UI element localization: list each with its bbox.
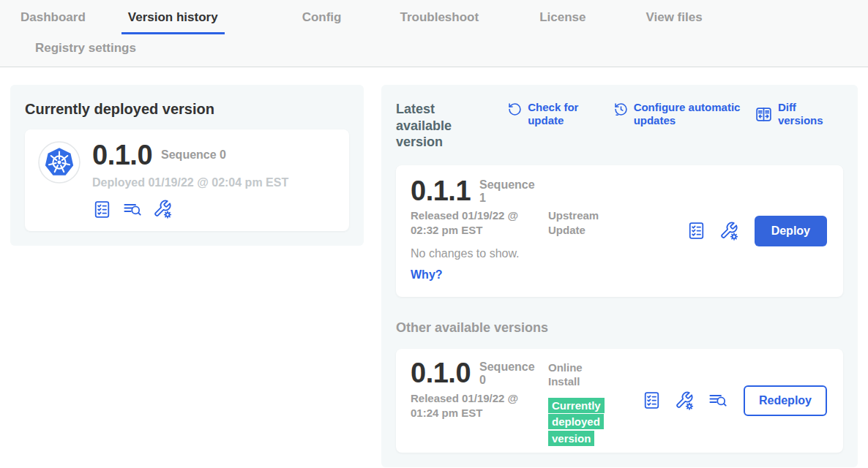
kubernetes-logo-icon [38,141,81,184]
tab-registry-settings[interactable]: Registry settings [35,41,136,64]
edit-config-icon[interactable] [152,199,173,219]
other-sequence-label: Sequence 0 [479,361,538,388]
currently-deployed-panel: Currently deployed version [10,85,364,246]
refresh-ccw-icon [507,102,523,117]
other-released-timestamp: Released 01/19/22 @ 01:24 pm EST [411,391,536,420]
edit-config-icon[interactable] [674,390,695,411]
tab-view-files[interactable]: View files [646,10,702,34]
edit-config-icon[interactable] [719,221,739,241]
other-versions-heading: Other available versions [396,320,843,336]
other-version-card: 0.1.0 Sequence 0 Released 01/19/22 @ 01:… [396,349,843,453]
why-link[interactable]: Why? [411,268,443,282]
preflight-checks-icon[interactable] [686,221,706,241]
deployed-sequence-label: Sequence 0 [161,148,226,162]
check-for-update-link[interactable]: Check for update [507,101,588,127]
main-content: Currently deployed version [0,67,868,467]
tab-troubleshoot[interactable]: Troubleshoot [400,10,479,34]
deployed-version-info: 0.1.0 Sequence 0 Deployed 01/19/22 @ 02:… [92,141,288,219]
latest-sequence-label: Sequence 1 [479,178,538,205]
tab-config[interactable]: Config [302,10,342,34]
latest-available-title: Latest available version [396,101,488,151]
latest-update-source: Upstream Update [548,208,624,237]
preflight-checks-icon[interactable] [92,200,112,219]
currently-deployed-badge: Currently deployed version [548,398,605,446]
deploy-logs-icon[interactable] [121,200,143,219]
latest-version-card: 0.1.1 Sequence 1 Released 01/19/22 @ 02:… [396,165,843,297]
redeploy-button[interactable]: Redeploy [744,385,827,416]
tab-license[interactable]: License [539,10,585,34]
available-versions-header: Latest available version Check for updat… [396,101,843,151]
configure-automatic-updates-link[interactable]: Configure automatic updates [613,101,755,127]
install-type-label: Online Install [548,361,599,389]
tab-version-history[interactable]: Version history [121,10,225,34]
preflight-checks-icon[interactable] [642,390,662,410]
deployed-version-card: 0.1.0 Sequence 0 Deployed 01/19/22 @ 02:… [25,129,349,231]
tab-dashboard[interactable]: Dashboard [20,10,86,34]
latest-version-number: 0.1.1 [411,177,471,205]
latest-released-timestamp: Released 01/19/22 @ 02:32 pm EST [411,208,536,237]
deployed-version-number: 0.1.0 [92,141,152,169]
deploy-button[interactable]: Deploy [755,216,827,246]
diff-versions-link[interactable]: Diff versions [755,101,843,127]
primary-nav: Dashboard Version history Config Trouble… [0,10,868,34]
secondary-nav: Registry settings [0,34,868,67]
deployed-timestamp: Deployed 01/19/22 @ 02:04 pm EST [92,176,288,189]
diff-icon [755,105,773,124]
no-changes-text: No changes to show. [411,247,828,260]
app-header: Dashboard Version history Config Trouble… [0,0,868,67]
deploy-logs-icon[interactable] [707,390,728,410]
available-versions-panel: Latest available version Check for updat… [381,85,858,467]
auto-update-clock-icon [613,102,629,117]
other-version-number: 0.1.0 [411,359,471,387]
currently-deployed-title: Currently deployed version [25,101,349,118]
